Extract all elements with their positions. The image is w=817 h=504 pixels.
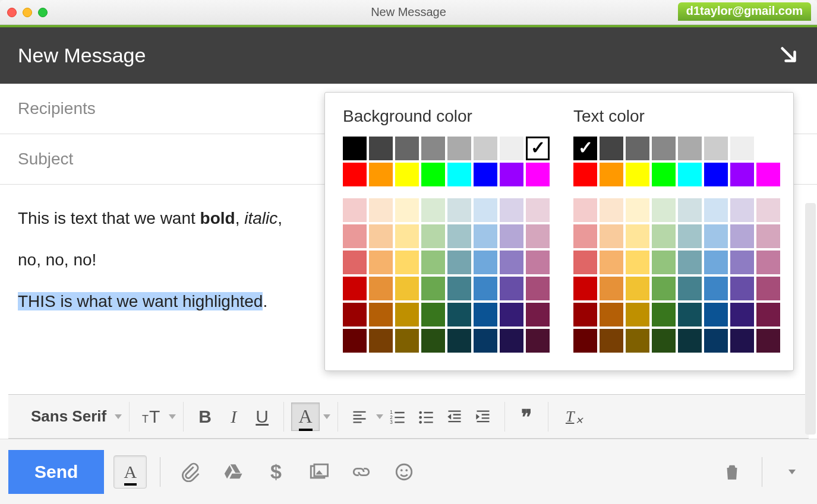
italic-button[interactable]: I bbox=[219, 402, 248, 431]
indent-more-button[interactable] bbox=[469, 402, 497, 431]
color-swatch[interactable] bbox=[756, 251, 780, 274]
color-swatch[interactable] bbox=[526, 303, 550, 327]
color-swatch[interactable] bbox=[395, 198, 419, 222]
color-swatch[interactable] bbox=[756, 198, 780, 222]
color-swatch[interactable] bbox=[600, 329, 623, 353]
color-swatch[interactable] bbox=[526, 329, 550, 353]
color-swatch[interactable] bbox=[652, 198, 676, 222]
color-swatch[interactable] bbox=[474, 163, 497, 186]
color-swatch[interactable] bbox=[369, 277, 393, 300]
color-swatch[interactable] bbox=[395, 251, 419, 274]
color-swatch[interactable] bbox=[652, 137, 676, 160]
color-swatch[interactable] bbox=[678, 224, 702, 248]
color-swatch[interactable] bbox=[526, 198, 550, 222]
color-swatch[interactable] bbox=[600, 251, 623, 274]
popout-icon[interactable] bbox=[778, 44, 799, 68]
account-badge[interactable]: d1taylor@gmail.com bbox=[678, 2, 811, 21]
close-window-button[interactable] bbox=[7, 8, 17, 17]
color-swatch[interactable] bbox=[626, 251, 649, 274]
color-swatch[interactable] bbox=[369, 137, 393, 160]
color-swatch[interactable] bbox=[343, 198, 367, 222]
color-swatch[interactable] bbox=[626, 303, 649, 327]
color-swatch[interactable] bbox=[626, 224, 649, 248]
insert-emoji-button[interactable] bbox=[387, 455, 421, 489]
color-swatch[interactable] bbox=[652, 303, 676, 327]
color-swatch[interactable] bbox=[626, 163, 649, 186]
color-swatch[interactable] bbox=[474, 329, 497, 353]
color-swatch[interactable] bbox=[704, 277, 728, 300]
color-swatch[interactable] bbox=[626, 277, 649, 300]
color-swatch[interactable] bbox=[730, 224, 754, 248]
color-swatch[interactable] bbox=[500, 163, 523, 186]
color-swatch[interactable] bbox=[343, 137, 367, 160]
color-swatch[interactable] bbox=[573, 224, 597, 248]
color-swatch[interactable] bbox=[678, 303, 702, 327]
color-swatch[interactable] bbox=[600, 303, 623, 327]
color-swatch[interactable] bbox=[704, 329, 728, 353]
color-swatch[interactable] bbox=[626, 137, 649, 160]
color-swatch[interactable] bbox=[343, 224, 367, 248]
color-swatch[interactable] bbox=[421, 224, 445, 248]
color-swatch[interactable] bbox=[395, 303, 419, 327]
color-swatch[interactable] bbox=[678, 198, 702, 222]
color-swatch[interactable] bbox=[447, 251, 471, 274]
insert-link-button[interactable] bbox=[345, 455, 378, 489]
color-swatch[interactable] bbox=[500, 198, 523, 222]
more-options-button[interactable] bbox=[775, 455, 809, 489]
color-swatch[interactable] bbox=[704, 224, 728, 248]
color-swatch[interactable] bbox=[395, 163, 419, 186]
color-swatch[interactable] bbox=[652, 277, 676, 300]
color-swatch[interactable] bbox=[600, 198, 623, 222]
color-swatch[interactable] bbox=[526, 277, 550, 300]
color-swatch[interactable] bbox=[421, 163, 445, 186]
color-swatch[interactable] bbox=[447, 163, 471, 186]
color-swatch[interactable] bbox=[421, 303, 445, 327]
text-color-button[interactable]: A bbox=[291, 402, 320, 431]
scrollbar[interactable] bbox=[805, 203, 816, 435]
color-swatch[interactable] bbox=[756, 277, 780, 300]
color-swatch[interactable] bbox=[474, 137, 497, 160]
insert-photo-button[interactable] bbox=[302, 455, 335, 489]
color-swatch[interactable] bbox=[600, 224, 623, 248]
color-swatch[interactable] bbox=[730, 329, 754, 353]
insert-drive-button[interactable] bbox=[216, 455, 250, 489]
insert-money-button[interactable]: $ bbox=[259, 455, 292, 489]
color-swatch[interactable] bbox=[704, 303, 728, 327]
color-swatch[interactable] bbox=[343, 277, 367, 300]
color-swatch[interactable] bbox=[626, 329, 649, 353]
send-button[interactable]: Send bbox=[8, 450, 104, 494]
color-swatch[interactable] bbox=[704, 137, 728, 160]
discard-draft-button[interactable] bbox=[715, 455, 749, 489]
color-swatch[interactable] bbox=[573, 251, 597, 274]
numbered-list-button[interactable]: 123 bbox=[383, 402, 412, 431]
color-swatch[interactable] bbox=[756, 329, 780, 353]
color-swatch[interactable] bbox=[369, 198, 393, 222]
color-swatch[interactable] bbox=[704, 251, 728, 274]
color-swatch[interactable] bbox=[600, 137, 623, 160]
color-swatch[interactable] bbox=[730, 303, 754, 327]
color-swatch[interactable] bbox=[730, 137, 754, 160]
color-swatch[interactable] bbox=[704, 163, 728, 186]
minimize-window-button[interactable] bbox=[23, 8, 32, 17]
color-swatch[interactable] bbox=[678, 277, 702, 300]
color-swatch[interactable] bbox=[395, 277, 419, 300]
color-swatch[interactable] bbox=[756, 137, 780, 160]
color-swatch[interactable] bbox=[474, 277, 497, 300]
color-swatch[interactable] bbox=[730, 251, 754, 274]
color-swatch[interactable] bbox=[652, 163, 676, 186]
color-swatch[interactable] bbox=[395, 329, 419, 353]
color-swatch[interactable] bbox=[756, 303, 780, 327]
font-family-select[interactable]: Sans Serif bbox=[24, 400, 129, 434]
color-swatch[interactable] bbox=[730, 277, 754, 300]
color-swatch[interactable] bbox=[421, 137, 445, 160]
color-swatch[interactable] bbox=[447, 277, 471, 300]
color-swatch[interactable] bbox=[474, 198, 497, 222]
color-swatch[interactable] bbox=[573, 163, 597, 186]
color-swatch[interactable] bbox=[474, 303, 497, 327]
bullet-list-button[interactable] bbox=[412, 402, 440, 431]
color-swatch[interactable] bbox=[369, 224, 393, 248]
color-swatch[interactable] bbox=[369, 163, 393, 186]
color-swatch[interactable] bbox=[573, 277, 597, 300]
color-swatch[interactable] bbox=[573, 303, 597, 327]
color-swatch[interactable] bbox=[395, 224, 419, 248]
